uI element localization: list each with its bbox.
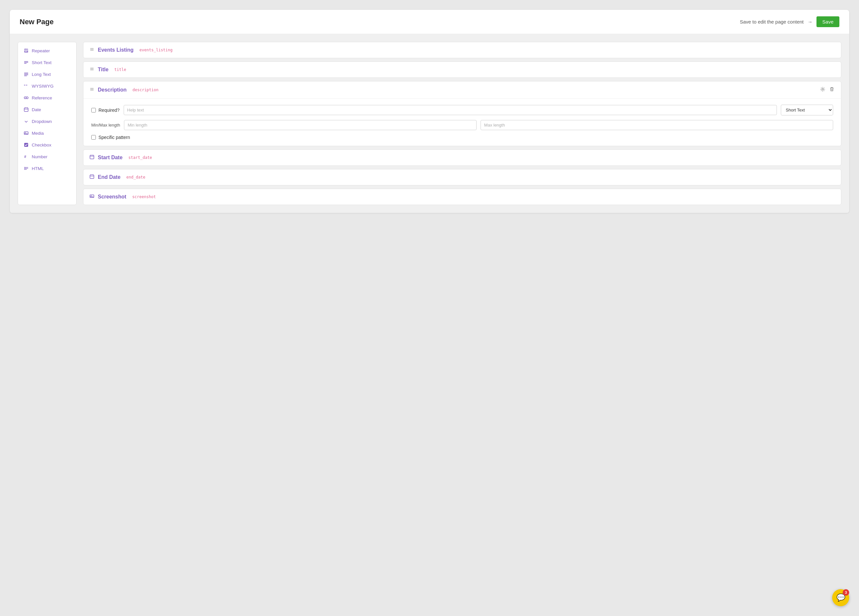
specific-pattern-checkbox[interactable]: [91, 135, 96, 140]
wysiwyg-icon: "": [23, 83, 29, 89]
svg-rect-35: [90, 155, 94, 159]
field-title-key: title: [114, 67, 126, 72]
field-end-date-name: End Date: [98, 174, 120, 180]
minmax-label: Min/Max length: [91, 123, 120, 128]
field-screenshot-header: Screenshot screenshot: [83, 189, 841, 205]
type-select[interactable]: Short Text Long Text WYSIWYG: [781, 104, 833, 115]
field-end-date-key: end_date: [126, 175, 145, 179]
sidebar: Repeater Short Text Long Text: [18, 42, 77, 205]
chat-badge: 3: [843, 589, 849, 596]
field-events-listing-key: events_listing: [139, 48, 172, 52]
drag-handle-icon[interactable]: [89, 154, 95, 161]
main-content: Repeater Short Text Long Text: [10, 34, 849, 213]
svg-point-10: [26, 97, 28, 99]
field-screenshot-left: Screenshot screenshot: [89, 193, 156, 200]
media-icon: [23, 130, 29, 136]
sidebar-item-media[interactable]: Media: [18, 127, 76, 139]
field-start-date-key: start_date: [128, 155, 152, 160]
page-header: New Page Save to edit the page content →…: [10, 10, 849, 34]
field-events-listing-left: Events Listing events_listing: [89, 47, 173, 53]
checkbox-icon: [23, 142, 29, 148]
specific-pattern-label: Specific pattern: [98, 135, 130, 140]
sidebar-item-short-text[interactable]: Short Text: [18, 56, 76, 68]
field-description-header: Description description: [83, 81, 841, 98]
sidebar-item-long-text[interactable]: Long Text: [18, 68, 76, 80]
field-end-date: End Date end_date: [83, 169, 841, 186]
field-events-listing-name: Events Listing: [98, 47, 133, 53]
field-description-left: Description description: [89, 87, 159, 93]
field-description-key: description: [133, 87, 158, 92]
sidebar-item-html[interactable]: HTML: [18, 162, 76, 174]
sidebar-item-label: Long Text: [32, 72, 51, 77]
svg-rect-11: [24, 108, 28, 111]
chat-button[interactable]: 💬 3: [832, 589, 849, 606]
drag-handle-icon[interactable]: [89, 66, 95, 73]
field-events-listing-header: Events Listing events_listing: [83, 42, 841, 58]
required-checkbox[interactable]: [91, 108, 96, 112]
field-description: Description description: [83, 81, 841, 146]
sidebar-item-label: Reference: [32, 95, 52, 100]
save-button[interactable]: Save: [817, 16, 839, 27]
reference-icon: [23, 95, 29, 101]
sidebar-item-label: Checkbox: [32, 143, 52, 147]
field-description-actions: [819, 86, 835, 94]
svg-rect-39: [90, 175, 94, 179]
field-start-date: Start Date start_date: [83, 150, 841, 166]
sidebar-item-wysiwyg[interactable]: "" WYSIWYG: [18, 80, 76, 92]
required-row: Required?: [91, 108, 120, 113]
field-title: Title title: [83, 61, 841, 78]
field-start-date-header: Start Date start_date: [83, 150, 841, 165]
field-start-date-name: Start Date: [98, 154, 123, 161]
save-hint: Save to edit the page content: [740, 19, 804, 25]
field-delete-button[interactable]: [829, 86, 835, 94]
outer-wrapper: New Page Save to edit the page content →…: [0, 0, 859, 616]
specific-pattern-row: Specific pattern: [91, 135, 833, 140]
sidebar-item-reference[interactable]: Reference: [18, 92, 76, 104]
svg-text:#: #: [24, 154, 26, 159]
date-icon: [23, 107, 29, 112]
sidebar-item-number[interactable]: # Number: [18, 151, 76, 162]
short-text-icon: [23, 59, 29, 65]
right-panel: Events Listing events_listing Title: [83, 42, 841, 205]
help-text-input[interactable]: [123, 105, 777, 115]
field-title-left: Title title: [89, 66, 126, 73]
number-icon: #: [23, 154, 29, 159]
max-length-input[interactable]: [481, 120, 833, 130]
dropdown-icon: [23, 119, 29, 124]
svg-text:": ": [24, 84, 25, 88]
field-end-date-left: End Date end_date: [89, 174, 145, 181]
drag-handle-icon[interactable]: [89, 87, 95, 93]
sidebar-item-label: Media: [32, 131, 44, 136]
header-right: Save to edit the page content → Save: [740, 16, 839, 27]
svg-point-9: [24, 97, 26, 99]
page-container: New Page Save to edit the page content →…: [10, 10, 849, 213]
field-start-date-left: Start Date start_date: [89, 154, 152, 161]
field-title-name: Title: [98, 67, 109, 73]
sidebar-item-checkbox[interactable]: Checkbox: [18, 139, 76, 151]
field-screenshot-key: screenshot: [132, 195, 156, 199]
sidebar-item-label: HTML: [32, 166, 44, 171]
field-screenshot: Screenshot screenshot: [83, 189, 841, 205]
field-screenshot-name: Screenshot: [98, 194, 126, 200]
drag-handle-icon[interactable]: [89, 47, 95, 53]
repeater-icon: [23, 48, 29, 54]
page-title: New Page: [20, 18, 54, 26]
sidebar-item-dropdown[interactable]: Dropdown: [18, 115, 76, 127]
sidebar-item-repeater[interactable]: Repeater: [18, 45, 76, 56]
save-arrow-icon: →: [807, 19, 812, 25]
sidebar-item-label: Date: [32, 107, 41, 112]
sidebar-item-label: Dropdown: [32, 119, 52, 124]
required-label: Required?: [98, 108, 120, 113]
min-length-input[interactable]: [124, 120, 476, 130]
html-icon: [23, 165, 29, 172]
field-settings-button[interactable]: [819, 86, 826, 94]
svg-text:": ": [26, 84, 28, 88]
sidebar-item-label: Number: [32, 154, 47, 159]
field-title-header: Title title: [83, 62, 841, 78]
sidebar-item-label: Repeater: [32, 48, 50, 53]
sidebar-item-label: WYSIWYG: [32, 84, 54, 89]
drag-handle-icon[interactable]: [89, 174, 95, 181]
drag-handle-icon[interactable]: [89, 193, 95, 200]
sidebar-item-date[interactable]: Date: [18, 104, 76, 115]
field-description-name: Description: [98, 87, 127, 93]
